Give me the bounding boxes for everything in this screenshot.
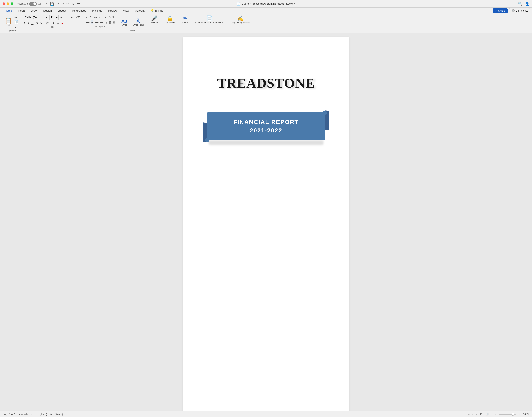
tab-tellme[interactable]: 💡 Tell me <box>148 8 166 14</box>
accessibility-icon[interactable]: ✓ <box>31 413 33 416</box>
change-case-button[interactable]: Aa <box>70 16 75 19</box>
web-layout-button[interactable]: ⊞ <box>479 412 483 416</box>
page-info: Page 1 of 1 <box>2 413 15 416</box>
zoom-thumb <box>511 413 514 416</box>
justify-button[interactable]: ≡≡ <box>100 20 104 24</box>
search-icon[interactable]: 🔍 <box>518 2 522 6</box>
format-painter-button[interactable]: 🖌 <box>14 25 19 29</box>
numbering-button[interactable]: 1. <box>89 15 93 19</box>
undo-arrow-icon[interactable]: ↩ <box>61 2 65 6</box>
align-right-button[interactable]: ≡➡ <box>94 20 99 24</box>
account-icon[interactable]: 👤 <box>525 2 530 6</box>
para-bottom: ⬅≡ ≡ ≡➡ ≡≡ ↕ ▓ ⊞ <box>85 20 116 24</box>
title-bar: AutoSave OFF ⌂ 💾 ↩ ↩ ↪ 🖨 ••• 📄 CustomTex… <box>0 0 532 8</box>
banner-line1: FINANCIAL REPORT <box>215 119 317 125</box>
print-layout-button[interactable]: ▪ <box>475 412 478 416</box>
comments-button[interactable]: 💬 Comments <box>509 8 530 13</box>
tab-insert[interactable]: Insert <box>15 8 28 14</box>
paragraph-label: Paragraph <box>96 25 105 28</box>
italic-button[interactable]: I <box>27 21 30 25</box>
styles-button[interactable]: Aa Styles <box>120 18 129 27</box>
print-icon[interactable]: 🖨 <box>71 2 75 6</box>
borders-button[interactable]: ⊞ <box>112 20 116 24</box>
font-bottom: B I U S X₂ X² A Ā A <box>23 21 81 25</box>
styles-label: Styles <box>130 30 135 32</box>
show-formatting-button[interactable]: ¶ <box>112 15 115 19</box>
highlight-button[interactable]: Ā <box>56 21 59 25</box>
fullscreen-button[interactable] <box>11 2 13 5</box>
font-size-select[interactable]: 11 <box>49 15 59 20</box>
text-color-button[interactable]: A <box>61 21 64 25</box>
undo-button[interactable]: ↩ <box>55 2 60 6</box>
tab-view[interactable]: View <box>120 8 132 14</box>
cut-button[interactable]: ✂ <box>14 15 19 20</box>
font-family-select[interactable]: Calibri (Bo... <box>23 15 48 20</box>
tab-home[interactable]: Home <box>2 8 15 14</box>
multilevel-list-button[interactable]: ≡# <box>93 15 98 19</box>
align-left-button[interactable]: ⬅≡ <box>85 20 90 24</box>
close-button[interactable] <box>2 2 5 5</box>
sensitivity-button[interactable]: 🔒 Sensitivity <box>164 15 177 24</box>
status-bar-left: Page 1 of 1 4 words ✓ English (United St… <box>2 413 461 416</box>
shading-button[interactable]: ▓ <box>108 20 112 24</box>
focus-button[interactable]: Focus <box>464 412 473 416</box>
read-mode-button[interactable]: 📖 <box>485 412 490 416</box>
zoom-slider[interactable] <box>499 414 516 415</box>
tab-draw[interactable]: Draw <box>28 8 40 14</box>
toggle-knob <box>33 2 36 5</box>
home-icon[interactable]: ⌂ <box>45 2 48 6</box>
increase-indent-button[interactable]: ⇥ <box>103 15 106 19</box>
save-icon[interactable]: 💾 <box>49 2 55 6</box>
decrease-indent-button[interactable]: ⇤ <box>99 15 102 19</box>
grow-font-button[interactable]: A⁺ <box>60 16 64 19</box>
align-center-button[interactable]: ≡ <box>91 20 94 24</box>
ribbon-tabs: Home Insert Draw Design Layout Reference… <box>0 8 532 14</box>
tab-design[interactable]: Design <box>40 8 55 14</box>
group-dictate: 🎤 Dictate <box>148 15 161 32</box>
tab-mailings[interactable]: Mailings <box>89 8 105 14</box>
share-button[interactable]: ↗ Share <box>493 9 508 13</box>
paste-button[interactable]: 📋 Paste <box>3 18 13 27</box>
banner-handle-right <box>322 111 327 115</box>
autosave-toggle[interactable] <box>29 2 37 6</box>
clipboard-label: Clipboard <box>7 30 16 32</box>
bullets-button[interactable]: ≡• <box>85 15 89 19</box>
redo-button[interactable]: ↪ <box>66 2 70 6</box>
tab-review[interactable]: Review <box>105 8 120 14</box>
bold-button[interactable]: B <box>23 21 26 25</box>
paste-icon: 📋 <box>5 18 12 24</box>
subscript-button[interactable]: X₂ <box>40 21 44 25</box>
title-dropdown-icon[interactable]: ▾ <box>294 2 295 5</box>
group-font: Calibri (Bo... 11 A⁺ A⁻ Aa ⌫ B I U S X₂ <box>21 15 83 32</box>
autosave-area: AutoSave OFF <box>17 2 43 6</box>
tab-layout[interactable]: Layout <box>55 8 69 14</box>
zoom-in-button[interactable]: + <box>518 412 521 416</box>
minimize-button[interactable] <box>7 2 9 5</box>
word-count: 4 words <box>19 413 28 416</box>
tab-references[interactable]: References <box>69 8 89 14</box>
title-bar-center: 📄 CustomTextShadow-BuiltInShapeShadow ▾ <box>237 2 295 6</box>
clipboard-top: 📋 Paste ✂ 📄 🖌 <box>3 15 19 29</box>
zoom-out-button[interactable]: - <box>494 412 497 416</box>
tab-acrobat[interactable]: Acrobat <box>132 8 148 14</box>
dictate-button[interactable]: 🎤 Dictate <box>149 15 160 24</box>
language: English (United States) <box>37 413 63 416</box>
request-signatures-button[interactable]: ✍ Request Signatures <box>229 15 251 24</box>
create-share-adobe-button[interactable]: 📄 Create and Share Adobe PDF <box>193 15 225 24</box>
sort-button[interactable]: ↕A <box>107 15 111 19</box>
styles-pane-button[interactable]: Ā Styles Pane <box>131 18 145 27</box>
shrink-font-button[interactable]: A⁻ <box>65 16 70 19</box>
group-sensitivity: 🔒 Sensitivity <box>162 15 179 32</box>
underline-button[interactable]: U <box>31 21 34 25</box>
copy-button[interactable]: 📄 <box>14 20 19 24</box>
line-spacing-button[interactable]: ↕ <box>105 20 108 24</box>
clear-format-button[interactable]: ⌫ <box>76 16 81 19</box>
banner-main[interactable]: FINANCIAL REPORT 2021-2022 <box>206 112 326 140</box>
document-area: TREADSTONE FINANCIAL REPORT 2021-2022 <box>0 33 532 417</box>
clipboard-sub: ✂ 📄 🖌 <box>14 15 19 29</box>
editor-button[interactable]: ✏ Editor <box>181 15 190 24</box>
more-options-icon[interactable]: ••• <box>76 2 81 6</box>
font-color-button[interactable]: A <box>52 21 55 25</box>
strikethrough-button[interactable]: S <box>35 21 38 25</box>
superscript-button[interactable]: X² <box>45 21 49 25</box>
